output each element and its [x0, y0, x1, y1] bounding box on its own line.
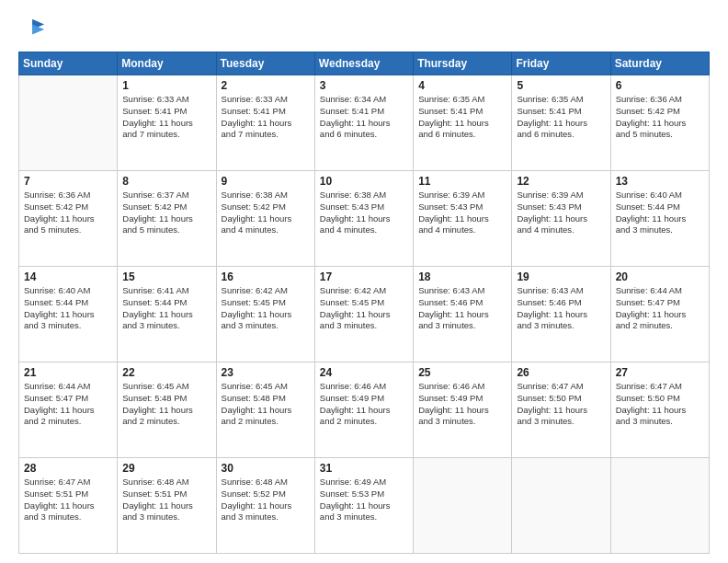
- calendar-week-row: 21Sunrise: 6:44 AMSunset: 5:47 PMDayligh…: [19, 362, 710, 458]
- day-number: 30: [222, 462, 310, 475]
- day-number: 19: [517, 270, 605, 283]
- calendar-day-cell: 2Sunrise: 6:33 AMSunset: 5:41 PMDaylight…: [216, 75, 314, 171]
- day-number: 10: [320, 175, 408, 188]
- weekday-header-cell: Wednesday: [314, 52, 413, 75]
- calendar-day-cell: [610, 458, 709, 554]
- day-number: 9: [222, 175, 310, 188]
- day-number: 25: [418, 366, 506, 379]
- day-info: Sunrise: 6:47 AMSunset: 5:51 PMDaylight:…: [24, 477, 112, 523]
- day-info: Sunrise: 6:48 AMSunset: 5:51 PMDaylight:…: [122, 477, 210, 523]
- calendar-day-cell: 30Sunrise: 6:48 AMSunset: 5:52 PMDayligh…: [216, 458, 314, 554]
- page: SundayMondayTuesdayWednesdayThursdayFrid…: [0, 0, 728, 563]
- day-number: 24: [320, 366, 408, 379]
- calendar-day-cell: 22Sunrise: 6:45 AMSunset: 5:48 PMDayligh…: [118, 362, 216, 458]
- day-info: Sunrise: 6:49 AMSunset: 5:53 PMDaylight:…: [320, 477, 408, 523]
- calendar-day-cell: 16Sunrise: 6:42 AMSunset: 5:45 PMDayligh…: [216, 267, 314, 362]
- day-number: 4: [418, 79, 506, 92]
- day-number: 15: [122, 270, 210, 283]
- day-number: 1: [122, 79, 210, 92]
- day-info: Sunrise: 6:37 AMSunset: 5:42 PMDaylight:…: [122, 190, 210, 236]
- day-number: 27: [616, 366, 704, 379]
- day-info: Sunrise: 6:41 AMSunset: 5:44 PMDaylight:…: [122, 285, 210, 332]
- day-number: 7: [24, 175, 112, 188]
- calendar-day-cell: 4Sunrise: 6:35 AMSunset: 5:41 PMDaylight…: [414, 75, 512, 171]
- day-number: 31: [320, 462, 408, 475]
- day-number: 17: [320, 270, 408, 283]
- calendar-day-cell: 23Sunrise: 6:45 AMSunset: 5:48 PMDayligh…: [216, 362, 314, 458]
- calendar-week-row: 14Sunrise: 6:40 AMSunset: 5:44 PMDayligh…: [19, 267, 710, 362]
- calendar-day-cell: 15Sunrise: 6:41 AMSunset: 5:44 PMDayligh…: [118, 267, 216, 362]
- day-number: 5: [517, 79, 605, 92]
- day-number: 26: [517, 366, 605, 379]
- weekday-header-row: SundayMondayTuesdayWednesdayThursdayFrid…: [19, 52, 710, 75]
- weekday-header-cell: Saturday: [610, 52, 709, 75]
- calendar-day-cell: 3Sunrise: 6:34 AMSunset: 5:41 PMDaylight…: [314, 75, 413, 171]
- calendar-day-cell: [512, 458, 610, 554]
- day-number: 3: [320, 79, 408, 92]
- calendar-day-cell: 17Sunrise: 6:42 AMSunset: 5:45 PMDayligh…: [314, 267, 413, 362]
- day-info: Sunrise: 6:35 AMSunset: 5:41 PMDaylight:…: [418, 94, 506, 141]
- day-number: 16: [222, 270, 310, 283]
- calendar-table: SundayMondayTuesdayWednesdayThursdayFrid…: [18, 52, 710, 554]
- day-info: Sunrise: 6:45 AMSunset: 5:48 PMDaylight:…: [222, 381, 310, 428]
- calendar-day-cell: 10Sunrise: 6:38 AMSunset: 5:43 PMDayligh…: [314, 171, 413, 267]
- day-info: Sunrise: 6:43 AMSunset: 5:46 PMDaylight:…: [517, 285, 605, 332]
- day-number: 23: [222, 366, 310, 379]
- day-info: Sunrise: 6:36 AMSunset: 5:42 PMDaylight:…: [24, 190, 112, 236]
- day-number: 21: [24, 366, 112, 379]
- calendar-day-cell: 9Sunrise: 6:38 AMSunset: 5:42 PMDaylight…: [216, 171, 314, 267]
- calendar-day-cell: 6Sunrise: 6:36 AMSunset: 5:42 PMDaylight…: [610, 75, 709, 171]
- day-info: Sunrise: 6:33 AMSunset: 5:41 PMDaylight:…: [222, 94, 310, 141]
- day-info: Sunrise: 6:35 AMSunset: 5:41 PMDaylight:…: [517, 94, 605, 141]
- calendar-day-cell: 14Sunrise: 6:40 AMSunset: 5:44 PMDayligh…: [19, 267, 118, 362]
- day-info: Sunrise: 6:44 AMSunset: 5:47 PMDaylight:…: [616, 285, 704, 332]
- calendar-day-cell: 20Sunrise: 6:44 AMSunset: 5:47 PMDayligh…: [610, 267, 709, 362]
- day-info: Sunrise: 6:48 AMSunset: 5:52 PMDaylight:…: [222, 477, 310, 523]
- day-info: Sunrise: 6:33 AMSunset: 5:41 PMDaylight:…: [122, 94, 210, 141]
- calendar-day-cell: 27Sunrise: 6:47 AMSunset: 5:50 PMDayligh…: [610, 362, 709, 458]
- day-number: 12: [517, 175, 605, 188]
- day-info: Sunrise: 6:47 AMSunset: 5:50 PMDaylight:…: [616, 381, 704, 428]
- weekday-header-cell: Sunday: [19, 52, 118, 75]
- day-info: Sunrise: 6:46 AMSunset: 5:49 PMDaylight:…: [418, 381, 506, 428]
- day-number: 28: [24, 462, 112, 475]
- calendar-day-cell: 26Sunrise: 6:47 AMSunset: 5:50 PMDayligh…: [512, 362, 610, 458]
- calendar-day-cell: 8Sunrise: 6:37 AMSunset: 5:42 PMDaylight…: [118, 171, 216, 267]
- calendar-day-cell: 11Sunrise: 6:39 AMSunset: 5:43 PMDayligh…: [414, 171, 512, 267]
- day-number: 20: [616, 270, 704, 283]
- calendar-day-cell: 28Sunrise: 6:47 AMSunset: 5:51 PMDayligh…: [19, 458, 118, 554]
- day-number: 13: [616, 175, 704, 188]
- calendar-day-cell: 24Sunrise: 6:46 AMSunset: 5:49 PMDayligh…: [314, 362, 413, 458]
- day-info: Sunrise: 6:39 AMSunset: 5:43 PMDaylight:…: [418, 190, 506, 236]
- day-info: Sunrise: 6:40 AMSunset: 5:44 PMDaylight:…: [24, 285, 112, 332]
- day-number: 11: [418, 175, 506, 188]
- day-number: 8: [122, 175, 210, 188]
- calendar-day-cell: 29Sunrise: 6:48 AMSunset: 5:51 PMDayligh…: [118, 458, 216, 554]
- day-info: Sunrise: 6:38 AMSunset: 5:42 PMDaylight:…: [222, 190, 310, 236]
- weekday-header-cell: Friday: [512, 52, 610, 75]
- day-info: Sunrise: 6:34 AMSunset: 5:41 PMDaylight:…: [320, 94, 408, 141]
- calendar-day-cell: 21Sunrise: 6:44 AMSunset: 5:47 PMDayligh…: [19, 362, 118, 458]
- day-info: Sunrise: 6:42 AMSunset: 5:45 PMDaylight:…: [222, 285, 310, 332]
- logo-flag-icon: [20, 17, 46, 42]
- calendar-day-cell: 7Sunrise: 6:36 AMSunset: 5:42 PMDaylight…: [19, 171, 118, 267]
- calendar-day-cell: 25Sunrise: 6:46 AMSunset: 5:49 PMDayligh…: [414, 362, 512, 458]
- day-number: 29: [122, 462, 210, 475]
- weekday-header-cell: Monday: [118, 52, 216, 75]
- day-info: Sunrise: 6:39 AMSunset: 5:43 PMDaylight:…: [517, 190, 605, 236]
- calendar-day-cell: 1Sunrise: 6:33 AMSunset: 5:41 PMDaylight…: [118, 75, 216, 171]
- calendar-week-row: 28Sunrise: 6:47 AMSunset: 5:51 PMDayligh…: [19, 458, 710, 554]
- day-number: 22: [122, 366, 210, 379]
- header: [18, 17, 710, 42]
- weekday-header-cell: Thursday: [414, 52, 512, 75]
- weekday-header-cell: Tuesday: [216, 52, 314, 75]
- day-info: Sunrise: 6:46 AMSunset: 5:49 PMDaylight:…: [320, 381, 408, 428]
- day-info: Sunrise: 6:47 AMSunset: 5:50 PMDaylight:…: [517, 381, 605, 428]
- calendar-day-cell: 5Sunrise: 6:35 AMSunset: 5:41 PMDaylight…: [512, 75, 610, 171]
- logo: [18, 17, 46, 42]
- day-info: Sunrise: 6:36 AMSunset: 5:42 PMDaylight:…: [616, 94, 704, 141]
- calendar-day-cell: [414, 458, 512, 554]
- day-number: 14: [24, 270, 112, 283]
- day-info: Sunrise: 6:45 AMSunset: 5:48 PMDaylight:…: [122, 381, 210, 428]
- day-number: 6: [616, 79, 704, 92]
